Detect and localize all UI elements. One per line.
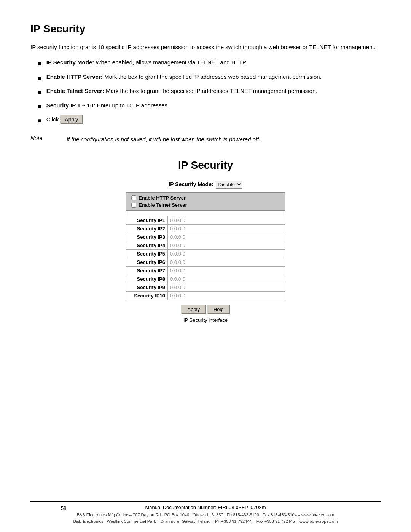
checkbox-telnet[interactable] xyxy=(131,203,136,208)
ip-input-cell[interactable] xyxy=(168,249,285,258)
ip-input-cell[interactable] xyxy=(168,258,285,266)
ip-input-9[interactable] xyxy=(170,284,223,290)
intro-text: IP security function grants 10 specific … xyxy=(30,43,381,52)
table-row: Security IP4 xyxy=(126,241,285,249)
table-row: Security IP9 xyxy=(126,283,285,291)
ip-label: Security IP6 xyxy=(126,258,168,266)
table-row: Security IP7 xyxy=(126,266,285,275)
ip-label: Security IP5 xyxy=(126,249,168,258)
bullet-bold: Enable HTTP Server: xyxy=(46,73,103,80)
click-text: Click xyxy=(46,116,59,123)
ip-input-cell[interactable] xyxy=(168,241,285,249)
table-row: Security IP5 xyxy=(126,249,285,258)
bullet-text-click: Click Apply xyxy=(46,115,83,124)
interface-section: IP Security IP Security Mode: DisableEna… xyxy=(30,159,381,323)
help-button[interactable]: Help xyxy=(207,305,230,314)
ip-input-cell[interactable] xyxy=(168,233,285,241)
bullet-text-enable-http: Enable HTTP Server: Mark the box to gran… xyxy=(46,72,322,81)
ip-label: Security IP9 xyxy=(126,283,168,291)
bullet-list: ■ IP Security Mode: When enabled, allows… xyxy=(38,58,381,126)
table-row: Security IP8 xyxy=(126,275,285,283)
footer-company-line1: B&B Electronics Mfg Co Inc – 707 Dayton … xyxy=(30,512,381,518)
list-item: ■ Security IP 1 ~ 10: Enter up to 10 IP … xyxy=(38,101,381,112)
note-text: If the configuration is not saved, it wi… xyxy=(67,135,260,144)
bullet-icon: ■ xyxy=(38,59,42,69)
table-row: Security IP3 xyxy=(126,233,285,241)
page-number: 58 xyxy=(61,505,66,511)
ip-input-cell[interactable] xyxy=(168,291,285,300)
bullet-bold: IP Security Mode: xyxy=(46,59,94,66)
ip-label: Security IP3 xyxy=(126,233,168,241)
footer-company-line2: B&B Electronics · Westlink Commercial Pa… xyxy=(30,518,381,525)
table-row: Security IP1 xyxy=(126,216,285,224)
ip-label: Security IP2 xyxy=(126,224,168,233)
bullet-icon: ■ xyxy=(38,116,42,126)
ip-table: Security IP1Security IP2Security IP3Secu… xyxy=(126,216,285,300)
mode-label: IP Security Mode: xyxy=(169,181,213,187)
bullet-text-security-ip: Security IP 1 ~ 10: Enter up to 10 IP ad… xyxy=(46,101,169,110)
ip-input-cell[interactable] xyxy=(168,216,285,224)
ip-input-cell[interactable] xyxy=(168,283,285,291)
ip-label: Security IP4 xyxy=(126,241,168,249)
interface-box: IP Security Mode: DisableEnable Enable H… xyxy=(126,181,285,323)
ip-input-3[interactable] xyxy=(170,234,223,240)
ip-input-cell[interactable] xyxy=(168,224,285,233)
checkbox-telnet-label: Enable Telnet Server xyxy=(139,202,187,208)
mode-select[interactable]: DisableEnable xyxy=(216,181,242,189)
ip-label: Security IP8 xyxy=(126,275,168,283)
bullet-icon: ■ xyxy=(38,87,42,97)
ip-input-8[interactable] xyxy=(170,276,223,282)
checkbox-http-row: Enable HTTP Server xyxy=(131,195,280,201)
page-title: IP Security xyxy=(30,23,381,35)
note-label: Note xyxy=(30,135,51,144)
checkbox-http[interactable] xyxy=(131,195,136,200)
table-row: Security IP10 xyxy=(126,291,285,300)
footer-top: 58 Manual Documentation Number: EIR608-x… xyxy=(30,505,381,512)
ip-input-7[interactable] xyxy=(170,268,223,273)
bottom-buttons: Apply Help xyxy=(126,305,285,314)
doc-number: Manual Documentation Number: EIR608-xSFP… xyxy=(145,505,266,510)
ip-input-1[interactable] xyxy=(170,217,223,223)
list-item: ■ Enable Telnet Server: Mark the box to … xyxy=(38,86,381,97)
list-item: ■ Enable HTTP Server: Mark the box to gr… xyxy=(38,72,381,83)
ip-input-cell[interactable] xyxy=(168,266,285,275)
ip-label: Security IP10 xyxy=(126,291,168,300)
checkbox-telnet-row: Enable Telnet Server xyxy=(131,202,280,208)
bullet-bold: Security IP 1 ~ 10: xyxy=(46,102,96,109)
checkbox-http-label: Enable HTTP Server xyxy=(139,195,186,201)
checkbox-section: Enable HTTP Server Enable Telnet Server xyxy=(126,192,285,211)
bullet-text-enable-telnet: Enable Telnet Server: Mark the box to gr… xyxy=(46,86,317,96)
ip-input-6[interactable] xyxy=(170,259,223,265)
interface-caption: IP Security interface xyxy=(126,317,285,323)
bullet-icon: ■ xyxy=(38,73,42,83)
bullet-icon: ■ xyxy=(38,102,42,112)
bullet-bold: Enable Telnet Server: xyxy=(46,88,104,94)
apply-button[interactable]: Apply xyxy=(181,305,206,314)
table-row: Security IP6 xyxy=(126,258,285,266)
ip-label: Security IP7 xyxy=(126,266,168,275)
ip-input-cell[interactable] xyxy=(168,275,285,283)
mode-row: IP Security Mode: DisableEnable xyxy=(126,181,285,189)
note-section: Note If the configuration is not saved, … xyxy=(30,135,381,144)
list-item: ■ IP Security Mode: When enabled, allows… xyxy=(38,58,381,69)
apply-button-inline[interactable]: Apply xyxy=(60,115,83,124)
ip-input-4[interactable] xyxy=(170,243,223,248)
list-item: ■ Click Apply xyxy=(38,115,381,126)
ip-input-2[interactable] xyxy=(170,226,223,232)
ip-input-5[interactable] xyxy=(170,251,223,257)
ip-label: Security IP1 xyxy=(126,216,168,224)
footer: 58 Manual Documentation Number: EIR608-x… xyxy=(30,501,381,524)
interface-title: IP Security xyxy=(178,159,233,171)
ip-input-10[interactable] xyxy=(170,293,223,299)
table-row: Security IP2 xyxy=(126,224,285,233)
bullet-text-ip-security-mode: IP Security Mode: When enabled, allows m… xyxy=(46,58,247,67)
